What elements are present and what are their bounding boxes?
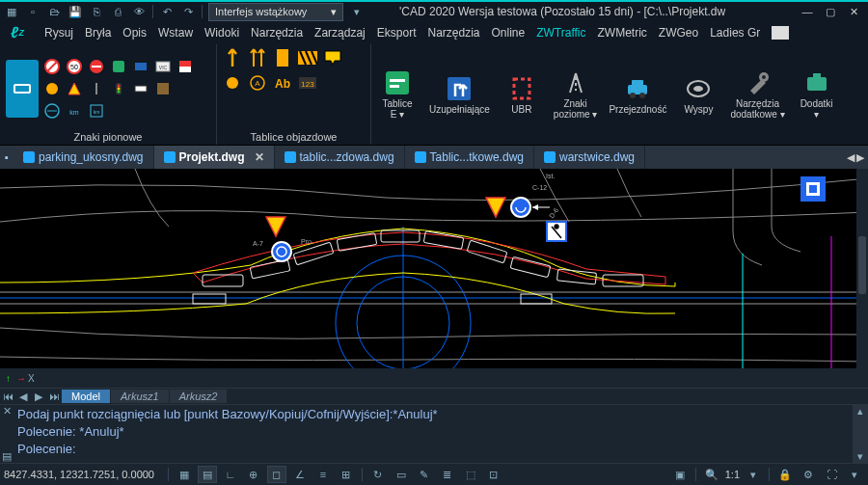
sign-km2-icon[interactable]: km [87,101,106,121]
layout-first-icon[interactable]: ⏮ [0,391,15,403]
menu-overflow-icon[interactable] [772,26,789,40]
cmd-toggle-icon[interactable]: ✕ [3,405,12,418]
sign-prohibition-icon[interactable] [42,57,62,76]
sign-post-icon[interactable] [87,79,106,98]
tab-warstwice-dwg[interactable]: warstwice.dwg [534,146,645,169]
detour-arrows-icon[interactable] [248,48,267,67]
layout-tab-arkusz1[interactable]: Arkusz1 [111,390,170,403]
detour-ab-icon[interactable]: Ab [273,73,292,93]
app-logo[interactable]: ℓZ [4,23,31,42]
ribbon-narzedzia-dodatkowe[interactable]: Narzędziadodatkowe ▾ [724,44,790,145]
sb-tool1-icon[interactable]: ⬚ [461,466,480,483]
detour-a-icon[interactable]: A [248,73,267,93]
sb-expand-icon[interactable]: ▾ [845,466,864,483]
sb-osnap-icon[interactable]: ◻ [267,466,286,483]
layout-prev-icon[interactable]: ◀ [15,391,31,403]
status-scale[interactable]: 1:1 [725,469,740,480]
menu-narzędzia[interactable]: Narzędzia [245,23,309,42]
sign-flag-icon[interactable] [176,57,195,76]
menu-rysuj[interactable]: Rysuj [39,23,79,42]
qat-saveas-icon[interactable]: ⎘ [89,4,104,19]
tab-parking_ukosny-dwg[interactable]: parking_ukosny.dwg [14,146,154,169]
sign-vic-icon[interactable]: VIC [153,57,173,76]
sb-ann-icon[interactable]: ✎ [415,466,434,483]
layout-next-icon[interactable]: ▶ [31,391,46,403]
sign-speed50-icon[interactable]: 50 [65,57,84,76]
sb-otrack-icon[interactable]: ∠ [290,466,310,483]
menu-widoki[interactable]: Widoki [199,23,245,42]
qat-app-icon[interactable]: ▦ [4,4,19,19]
ribbon-tablice-e[interactable]: TabliceE ▾ [371,44,423,145]
sign-light-icon[interactable] [109,79,128,98]
scroll-down-icon[interactable]: ▾ [857,450,863,463]
detour-board-icon[interactable] [273,48,292,67]
sign-large-icon[interactable] [6,60,39,118]
sb-lock-icon[interactable]: 🔒 [775,466,795,483]
ribbon-uzupelniajace[interactable]: Uzupełniające [423,44,496,145]
sign-barrier-icon[interactable] [42,101,62,121]
sign-noentry-icon[interactable] [87,57,106,76]
command-scrollbar[interactable]: ▴ ▾ [853,405,868,463]
sb-grid-icon[interactable]: ▤ [198,466,217,483]
tabs-scroll-left-icon[interactable]: ◀ [847,151,854,164]
detour-circle-icon[interactable] [223,73,242,93]
tabs-bullet-icon[interactable]: ▪ [0,146,14,169]
menu-online[interactable]: Online [486,23,531,42]
ribbon-ubr[interactable]: UBR [496,44,548,145]
qat-new-icon[interactable]: ▫ [25,4,41,19]
layout-tab-arkusz2[interactable]: Arkusz2 [170,390,229,403]
menu-zwgeo[interactable]: ZWGeo [653,23,704,42]
sign-warning-icon[interactable] [65,79,84,98]
cmd-handle-icon[interactable]: ▤ [2,450,12,463]
sb-gear-icon[interactable]: ⚙ [799,466,818,483]
ribbon-znaki-poziome[interactable]: Znakipoziome ▾ [548,44,604,145]
detour-arrow-up-icon[interactable] [223,48,242,67]
menu-zwtraffic[interactable]: ZWTraffic [530,23,591,42]
command-text[interactable]: Podaj punkt rozciągnięcia lub [punkt Baz… [14,405,853,463]
menu-bryła[interactable]: Bryła [79,23,117,42]
sb-max-icon[interactable]: ⛶ [822,466,841,483]
menu-opis[interactable]: Opis [117,23,152,42]
scroll-up-icon[interactable]: ▴ [857,405,863,418]
close-button[interactable]: ✕ [843,3,864,20]
sb-dyn-icon[interactable]: ⊞ [337,466,356,483]
sign-km-icon[interactable]: km [65,101,84,121]
sb-tool2-icon[interactable]: ⊡ [484,466,503,483]
sb-annoscale-icon[interactable]: 🔍 [702,466,721,483]
ribbon-przejezdnosc[interactable]: Przejezdność [603,44,672,145]
menu-zarządzaj[interactable]: Zarządzaj [309,23,371,42]
menu-ladies gr[interactable]: Ladies Gr [704,23,766,42]
sb-lwt-icon[interactable]: ≡ [313,466,333,483]
menu-narzędzia[interactable]: Narzędzia [421,23,485,42]
menu-zwmetric[interactable]: ZWMetric [592,23,653,42]
menu-eksport[interactable]: Eksport [371,23,422,42]
sb-layer-icon[interactable]: ≣ [438,466,457,483]
tab-Tablic-tkowe-dwg[interactable]: Tablic...tkowe.dwg [405,146,534,169]
drawing-canvas[interactable]: A-7 Pro C-12 D-6 Ist. [0,169,868,368]
qat-more-icon[interactable]: ▾ [349,4,365,19]
sign-plate-icon[interactable] [131,79,150,98]
qat-plot-icon[interactable]: ⎙ [110,4,125,19]
ribbon-wyspy[interactable]: Wyspy [672,44,724,145]
sb-modelspace-icon[interactable]: ▣ [670,466,690,483]
tabs-scroll-right-icon[interactable]: ▶ [856,151,864,164]
tab-tablic-zdowa-dwg[interactable]: tablic...zdowa.dwg [275,146,405,169]
sb-snap-icon[interactable]: ▦ [175,466,194,483]
detour-stripes-icon[interactable] [298,48,317,67]
layout-last-icon[interactable]: ⏭ [46,391,62,403]
sign-work-icon[interactable] [42,79,62,98]
detour-123-icon[interactable]: 123 [298,73,317,93]
ribbon-dodatki[interactable]: Dodatki▾ [791,44,843,145]
sb-polar-icon[interactable]: ⊕ [244,466,263,483]
sign-tourist-icon[interactable] [153,79,173,98]
tab-close-icon[interactable]: ✕ [255,150,264,164]
layout-tab-model[interactable]: Model [62,390,111,403]
qat-redo-icon[interactable]: ↷ [180,4,196,19]
qat-open-icon[interactable]: 🗁 [46,4,62,19]
qat-save-icon[interactable]: 💾 [68,4,83,19]
minimize-button[interactable]: — [797,3,818,20]
sb-cycle-icon[interactable]: ↻ [368,466,388,483]
qat-preview-icon[interactable]: 👁 [131,4,147,19]
workspace-dropdown[interactable]: Interfejs wstążkowy ▾ [208,3,343,21]
sign-info-icon[interactable] [109,57,128,76]
